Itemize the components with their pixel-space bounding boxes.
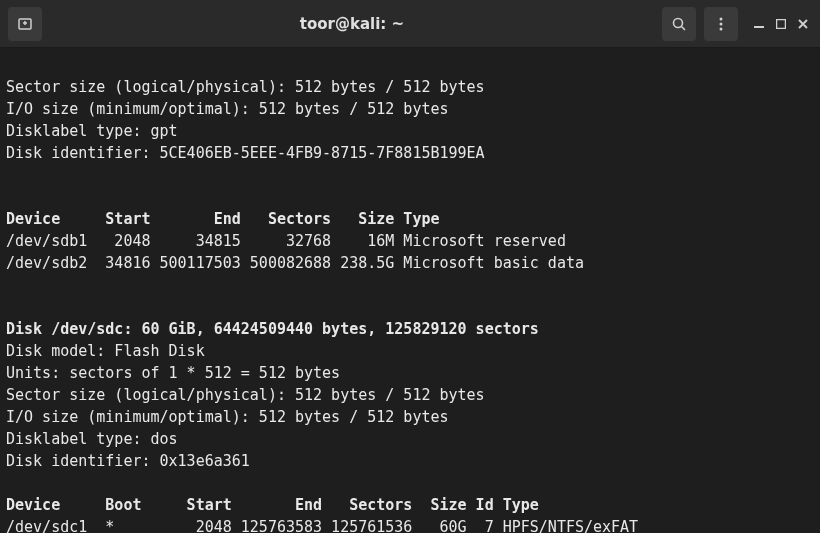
window-titlebar: toor@kali: ~ — [0, 0, 820, 48]
svg-point-5 — [720, 27, 723, 30]
close-icon — [798, 19, 808, 29]
sdc-sector-size: Sector size (logical/physical): 512 byte… — [6, 386, 485, 404]
menu-button[interactable] — [704, 7, 738, 41]
sdc-model: Disk model: Flash Disk — [6, 342, 205, 360]
new-tab-button[interactable] — [8, 7, 42, 41]
svg-rect-7 — [777, 19, 786, 28]
svg-point-4 — [720, 22, 723, 25]
sdc-partition-row: /dev/sdc1 * 2048 125763583 125761536 60G… — [6, 518, 638, 533]
minimize-button[interactable] — [754, 16, 764, 32]
search-icon — [671, 16, 687, 32]
sdc-summary: Disk /dev/sdc: 60 GiB, 64424509440 bytes… — [6, 320, 539, 338]
search-button[interactable] — [662, 7, 696, 41]
sdb-partition-row: /dev/sdb1 2048 34815 32768 16M Microsoft… — [6, 232, 566, 250]
sdb-table-header: Device Start End Sectors Size Type — [6, 210, 439, 228]
maximize-button[interactable] — [776, 16, 786, 32]
terminal-output[interactable]: Sector size (logical/physical): 512 byte… — [0, 48, 820, 533]
sdb-sector-size: Sector size (logical/physical): 512 byte… — [6, 78, 485, 96]
minimize-icon — [754, 19, 764, 29]
close-button[interactable] — [798, 16, 808, 32]
sdc-table-header: Device Boot Start End Sectors Size Id Ty… — [6, 496, 539, 514]
sdb-io-size: I/O size (minimum/optimal): 512 bytes / … — [6, 100, 449, 118]
window-title: toor@kali: ~ — [50, 15, 654, 33]
sdc-io-size: I/O size (minimum/optimal): 512 bytes / … — [6, 408, 449, 426]
kebab-menu-icon — [713, 16, 729, 32]
sdc-disklabel: Disklabel type: dos — [6, 430, 178, 448]
svg-line-2 — [682, 26, 686, 30]
sdc-units: Units: sectors of 1 * 512 = 512 bytes — [6, 364, 340, 382]
sdb-disklabel: Disklabel type: gpt — [6, 122, 178, 140]
sdb-identifier: Disk identifier: 5CE406EB-5EEE-4FB9-8715… — [6, 144, 485, 162]
sdb-partition-row: /dev/sdb2 34816 500117503 500082688 238.… — [6, 254, 584, 272]
maximize-icon — [776, 19, 786, 29]
svg-point-3 — [720, 17, 723, 20]
window-controls — [746, 16, 812, 32]
sdc-identifier: Disk identifier: 0x13e6a361 — [6, 452, 250, 470]
svg-rect-6 — [754, 26, 764, 28]
new-tab-icon — [17, 16, 33, 32]
svg-point-1 — [674, 18, 683, 27]
